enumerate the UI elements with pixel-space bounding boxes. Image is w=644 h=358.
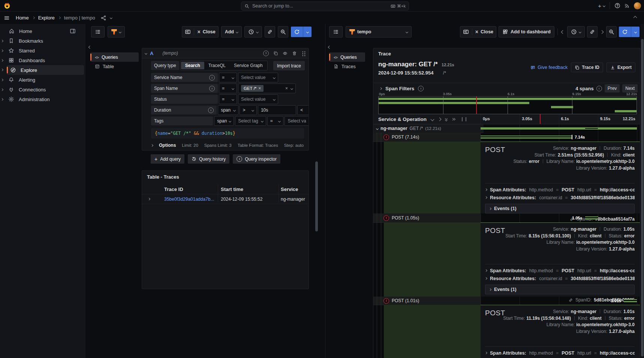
expand-all-icon[interactable] (452, 118, 455, 120)
query-history-button[interactable]: Query history (188, 154, 229, 164)
trace-minimap[interactable] (378, 96, 637, 114)
column-resize-handle[interactable] (462, 117, 466, 121)
user-avatar[interactable] (634, 2, 641, 9)
tags-tag-select[interactable]: Select tag (235, 116, 266, 126)
root-span-bar[interactable] (481, 127, 637, 130)
search-input-wrap[interactable]: ⌘+k (241, 1, 409, 10)
dock-sidebar-icon[interactable] (70, 28, 76, 34)
add-to-dashboard-button[interactable]: Add to dashboard (499, 26, 554, 37)
sidebar-item-starred[interactable]: Starred (0, 46, 85, 55)
time-shift-back-icon[interactable] (561, 30, 565, 34)
grafana-logo-icon[interactable] (3, 2, 11, 10)
duration-value-input[interactable]: 10s (258, 105, 296, 115)
time-range-button[interactable] (244, 26, 262, 37)
give-feedback-link[interactable]: Give feedback (530, 65, 568, 70)
permalink-icon[interactable] (587, 26, 598, 37)
sidebar-item-connections[interactable]: Connections (0, 85, 85, 94)
status-op-select[interactable]: = (219, 94, 237, 104)
search-input[interactable] (252, 3, 388, 9)
chevron-down-icon[interactable] (110, 16, 112, 19)
run-query-button[interactable] (291, 27, 312, 37)
datasource-picker[interactable] (108, 26, 125, 37)
column-header-trace-id[interactable]: Trace ID (164, 186, 183, 192)
duration-op2-select[interactable]: < (297, 105, 309, 115)
collapse-all-icon[interactable] (445, 118, 447, 121)
expand-one-icon[interactable] (438, 117, 442, 121)
menu-toggle-icon[interactable] (4, 15, 10, 21)
delete-query-icon[interactable] (292, 51, 297, 56)
resource-attributes-row[interactable]: Resource Attributes: container.id=304fd8… (485, 274, 635, 282)
page-scrollbar-track[interactable] (641, 24, 644, 358)
breadcrumb-explore[interactable]: Explore (38, 15, 55, 21)
events-row[interactable]: Events (1) (485, 204, 635, 213)
sidebar-item-administration[interactable]: Administration (0, 94, 85, 104)
expand-row-icon[interactable] (148, 198, 150, 200)
service-op-select[interactable]: = (219, 73, 237, 82)
export-button[interactable]: Export (607, 63, 635, 72)
sidebar-item-alerting[interactable]: Alerting (0, 75, 85, 85)
toggle-visibility-icon[interactable] (283, 51, 288, 56)
column-header-start-time[interactable]: Start time (221, 186, 243, 192)
sidebar-item-explore[interactable]: Explore (7, 65, 84, 75)
status-value-select[interactable]: Select value (238, 94, 278, 104)
tab-service-graph[interactable]: Service Graph (230, 62, 267, 69)
sidebar-item-home[interactable]: Home (0, 26, 85, 36)
permalink-icon[interactable] (265, 26, 275, 37)
duplicate-query-icon[interactable] (273, 51, 278, 56)
span-bar[interactable] (585, 216, 599, 219)
expand-span-filters-icon[interactable] (379, 87, 382, 90)
tags-op-select[interactable]: = (267, 116, 284, 126)
datasource-picker[interactable]: tempo (346, 26, 412, 37)
options-row[interactable]: Options Limit: 20 Spans Limit: 3 Table F… (151, 143, 309, 148)
tab-traces[interactable]: Traces (329, 62, 365, 71)
panel-title[interactable]: Table - Traces (142, 171, 309, 180)
query-help-icon[interactable] (263, 51, 269, 56)
remove-chip-icon[interactable] (258, 86, 261, 91)
drag-handle-icon[interactable] (301, 51, 306, 56)
zoom-out-icon[interactable] (278, 26, 288, 37)
span-op-select[interactable]: = (219, 84, 237, 93)
duration-scope-select[interactable]: span (218, 105, 238, 115)
expand-explore-icon[interactable] (1, 69, 3, 71)
trace-id-link[interactable]: 35be0f3d29a01adda7b... (164, 197, 214, 202)
tab-search[interactable]: Search (181, 62, 204, 69)
import-trace-button[interactable]: Import trace (273, 61, 305, 70)
tags-value-select[interactable]: Select va (285, 116, 309, 126)
span-value-chip[interactable]: GET /* (241, 85, 264, 92)
tab-table[interactable]: Table (90, 62, 139, 71)
trace-id-button[interactable]: Trace ID (571, 63, 603, 72)
span-attributes-row[interactable]: Span Attributes: http.method=POST http.u… (485, 186, 635, 194)
prev-span-button[interactable]: Prev (605, 84, 620, 92)
add-query-button[interactable]: Add query (151, 154, 184, 164)
span-attributes-row[interactable]: Span Attributes: http.method=POST http.u… (485, 267, 635, 274)
table-row[interactable]: 35be0f3d29a01adda7b... 2024-12-09 15:55:… (142, 195, 309, 204)
duration-op-select[interactable]: > (240, 105, 256, 115)
span-row-post-2[interactable]: POST (1.05s) 1.05s (373, 213, 640, 222)
time-range-button[interactable] (567, 26, 585, 37)
span-attributes-row[interactable]: Span Attributes: http.method=POST http.u… (485, 349, 635, 357)
span-row-root[interactable]: ng-manager GET /* (12.21s) (373, 124, 640, 133)
column-header-service[interactable]: Service (281, 186, 298, 192)
service-value-select[interactable]: Select value (238, 73, 278, 82)
collapse-row-icon[interactable] (376, 127, 379, 130)
left-pane-scrollbar[interactable] (315, 161, 318, 231)
span-filters-label[interactable]: Span Filters (385, 86, 414, 91)
panel-title[interactable]: Trace (373, 48, 640, 57)
page-scrollbar-thumb[interactable] (641, 39, 644, 357)
split-close-group[interactable]: Close (182, 26, 218, 37)
breadcrumb-home[interactable]: Home (16, 15, 29, 21)
events-row[interactable]: Events (1) (485, 285, 635, 294)
sidebar-item-dashboards[interactable]: Dashboards (0, 55, 85, 65)
query-inspector-button[interactable]: Query inspector (233, 154, 280, 164)
run-query-button[interactable] (619, 27, 640, 37)
tags-scope-select[interactable]: span (214, 116, 234, 126)
zoom-out-icon[interactable] (606, 26, 617, 37)
share-icon[interactable] (100, 15, 106, 21)
news-icon[interactable] (624, 3, 630, 9)
query-row-header[interactable]: A (tempo) (142, 48, 309, 58)
help-icon[interactable] (614, 3, 620, 9)
time-shift-forward-icon[interactable] (600, 30, 604, 34)
collapse-toolbar-icon[interactable] (634, 16, 637, 20)
add-new-button[interactable] (598, 3, 605, 9)
span-row-post-1[interactable]: POST (7.14s) 7.14s (373, 133, 640, 142)
